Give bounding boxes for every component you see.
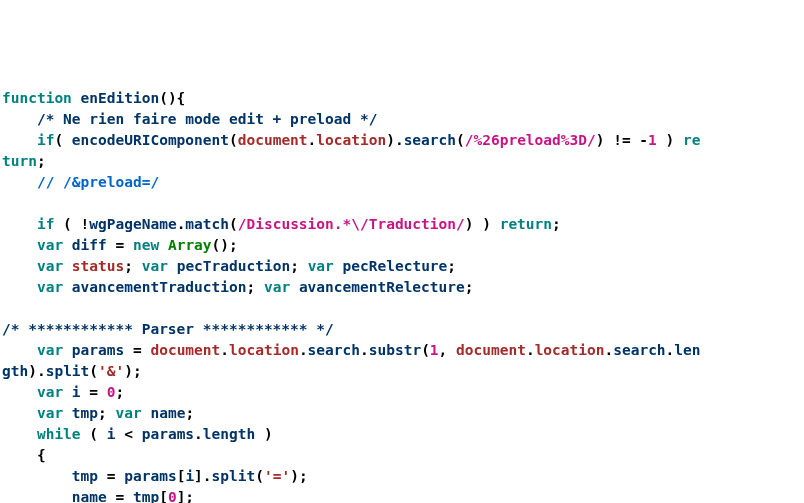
punct: (); bbox=[212, 237, 238, 253]
punct: ; bbox=[246, 279, 263, 295]
punct: ( bbox=[456, 132, 465, 148]
kw-function: function bbox=[2, 90, 72, 106]
punct: ( bbox=[229, 132, 238, 148]
punct: ; bbox=[37, 153, 46, 169]
comment: /* Ne rien faire mode edit + preload */ bbox=[37, 111, 377, 127]
punct: ( bbox=[421, 342, 430, 358]
kw-var: var bbox=[37, 342, 63, 358]
punct: ( bbox=[81, 426, 107, 442]
punct: ( bbox=[89, 363, 98, 379]
ident: gth bbox=[2, 363, 28, 379]
ident: tmp bbox=[72, 468, 98, 484]
punct: ( ! bbox=[54, 216, 89, 232]
punct: ]. bbox=[194, 468, 211, 484]
ident: tmp bbox=[133, 489, 159, 503]
obj-location: location bbox=[229, 342, 299, 358]
punct: ) bbox=[255, 426, 272, 442]
punct: . bbox=[360, 342, 369, 358]
var-name: tmp bbox=[72, 405, 98, 421]
punct: ]; bbox=[177, 489, 194, 503]
regex: /%26preload%3D/ bbox=[465, 132, 596, 148]
kw-if: if bbox=[37, 216, 54, 232]
string: '=' bbox=[264, 468, 290, 484]
punct: (){ bbox=[159, 90, 185, 106]
kw-var: var bbox=[37, 258, 63, 274]
kw-var: var bbox=[264, 279, 290, 295]
ident: split bbox=[212, 468, 256, 484]
var-name: status bbox=[72, 258, 124, 274]
kw-var: var bbox=[116, 405, 142, 421]
kw-return: return bbox=[500, 216, 552, 232]
kw-var: var bbox=[37, 384, 63, 400]
punct: ; bbox=[185, 405, 194, 421]
comment-parser: /* ************ Parser ************ */ bbox=[2, 321, 334, 337]
ident: params bbox=[124, 468, 176, 484]
ident: match bbox=[185, 216, 229, 232]
number: 1 bbox=[430, 342, 439, 358]
punct: ). bbox=[386, 132, 403, 148]
obj-document: document bbox=[150, 342, 220, 358]
punct: . bbox=[194, 426, 203, 442]
type-array: Array bbox=[168, 237, 212, 253]
kw-var: var bbox=[37, 279, 63, 295]
obj-location: location bbox=[316, 132, 386, 148]
ident: i bbox=[107, 426, 116, 442]
brace: { bbox=[37, 447, 46, 463]
punct: . bbox=[220, 342, 229, 358]
number: 0 bbox=[107, 384, 116, 400]
punct: . bbox=[604, 342, 613, 358]
kw-new: new bbox=[133, 237, 159, 253]
punct: ); bbox=[124, 363, 141, 379]
var-name: name bbox=[150, 405, 185, 421]
punct: ) ) bbox=[465, 216, 500, 232]
punct: , bbox=[439, 342, 456, 358]
punct: ; bbox=[124, 258, 141, 274]
punct: < bbox=[116, 426, 142, 442]
comment: // /&preload=/ bbox=[37, 174, 159, 190]
punct: ( bbox=[255, 468, 264, 484]
punct: ); bbox=[290, 468, 307, 484]
punct: = bbox=[107, 237, 133, 253]
kw-if: if bbox=[37, 132, 54, 148]
obj-document: document bbox=[456, 342, 526, 358]
punct: . bbox=[526, 342, 535, 358]
ident: params bbox=[142, 426, 194, 442]
ident: name bbox=[72, 489, 107, 503]
obj-document: document bbox=[238, 132, 308, 148]
punct: ) bbox=[657, 132, 683, 148]
punct: ; bbox=[552, 216, 561, 232]
var-name: diff bbox=[72, 237, 107, 253]
punct: = bbox=[98, 468, 124, 484]
kw-return: re bbox=[683, 132, 700, 148]
number: 0 bbox=[168, 489, 177, 503]
punct: ( bbox=[229, 216, 238, 232]
ident: i bbox=[185, 468, 194, 484]
punct: ; bbox=[116, 384, 125, 400]
kw-var: var bbox=[308, 258, 334, 274]
obj-location: location bbox=[535, 342, 605, 358]
punct: . bbox=[308, 132, 317, 148]
punct: ). bbox=[28, 363, 45, 379]
var-name: i bbox=[72, 384, 81, 400]
ident: len bbox=[674, 342, 700, 358]
punct: ) != - bbox=[596, 132, 648, 148]
var-name: avancementRelecture bbox=[299, 279, 465, 295]
punct: ; bbox=[290, 258, 307, 274]
punct: ; bbox=[465, 279, 474, 295]
punct: = bbox=[124, 342, 150, 358]
ident: search bbox=[404, 132, 456, 148]
number: 1 bbox=[648, 132, 657, 148]
code-block: function enEdition(){ /* Ne rien faire m… bbox=[2, 88, 802, 503]
punct: = bbox=[81, 384, 107, 400]
ident: substr bbox=[369, 342, 421, 358]
var-name: pecRelecture bbox=[343, 258, 448, 274]
punct: ( bbox=[54, 132, 71, 148]
string: '&' bbox=[98, 363, 124, 379]
kw-var: var bbox=[142, 258, 168, 274]
punct: ; bbox=[447, 258, 456, 274]
kw-var: var bbox=[37, 405, 63, 421]
ident: wgPageName bbox=[89, 216, 176, 232]
var-name: params bbox=[72, 342, 124, 358]
kw-return: turn bbox=[2, 153, 37, 169]
var-name: avancementTraduction bbox=[72, 279, 247, 295]
